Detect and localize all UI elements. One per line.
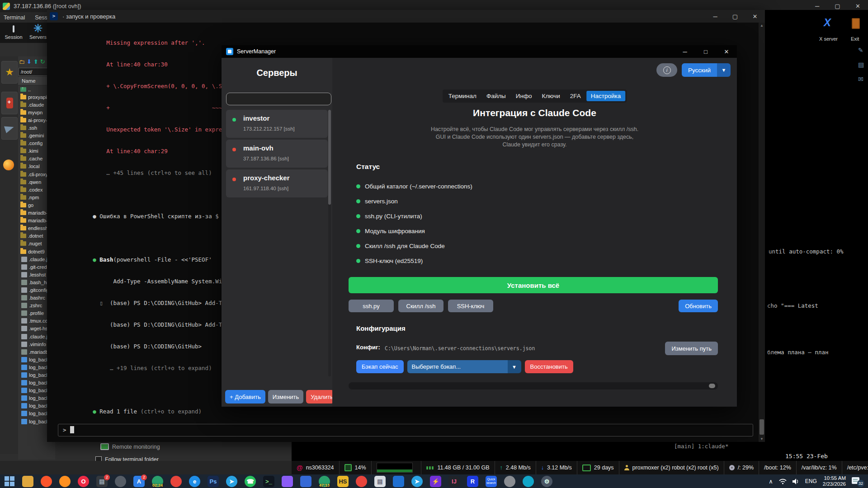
sidebar-scrollbar[interactable] [328,110,331,376]
taskbar-icon[interactable] [278,474,297,488]
taskbar-icon[interactable]: ⚙ [538,474,556,488]
scrollbar-thumb[interactable] [760,419,764,435]
tab[interactable]: Настройка [586,91,625,101]
globe-icon[interactable] [3,160,14,170]
notifications-button[interactable]: 32 [852,476,863,486]
taskbar-icon[interactable] [389,474,408,488]
tools-button[interactable] [1,92,18,114]
restore-button[interactable]: Восстановить [525,360,573,373]
taskbar-icon[interactable]: O [74,474,93,488]
taskbar-icon[interactable]: Ps [204,474,222,488]
servers-button[interactable]: ✳ Servers [27,23,49,40]
refresh-button[interactable]: Обновить [679,300,718,312]
scrollbar-thumb[interactable] [709,384,715,388]
wifi-icon[interactable] [779,479,787,484]
server-card[interactable]: main-ovh 37.187.136.86 [ssh] [226,140,328,168]
send-button[interactable] [1,117,18,140]
x-server-icon[interactable]: X [824,16,831,29]
backup-select[interactable]: Выберите бэкап... ▼ [407,360,521,373]
tab[interactable]: Терминал [444,91,481,101]
taskbar-icon[interactable]: ➤ [408,474,426,488]
statusbar-segment: /boot: 12% [759,461,797,474]
menu-item[interactable]: Terminal [4,14,25,21]
taskbar-icon[interactable]: ➤ [222,474,241,488]
taskbar-icon[interactable]: e [185,474,204,488]
language-dropdown[interactable]: Русский ▼ [682,63,731,77]
favorites-button[interactable]: ★ [1,61,18,84]
taskbar-icon[interactable] [352,474,371,488]
taskbar-icon[interactable] [37,474,56,488]
taskbar-icon[interactable]: ⚡ [426,474,445,488]
servermanager-app-icon [226,48,233,55]
taskbar-icon[interactable]: Quick search [482,474,500,488]
info-button[interactable]: i [656,63,677,77]
edit-server-button[interactable]: Изменить [268,390,304,404]
taskbar-icon[interactable] [500,474,519,488]
backup-now-button[interactable]: Бэкап сейчас [356,360,404,373]
keyboard-language[interactable]: ENG [805,478,817,484]
taskbar-icon[interactable]: ▤ 2 [93,474,111,488]
statusbar-segment: /etc/pve: 1% [842,461,868,474]
scroll-down-icon[interactable]: ▼ [759,437,765,441]
component-button[interactable]: SSH-ключ [448,300,493,312]
exit-label: Exit [851,36,859,42]
taskbar-icon[interactable] [297,474,315,488]
file-icon [20,218,26,223]
exit-door-icon[interactable] [852,18,860,29]
speaker-icon[interactable] [793,479,799,484]
server-search-input[interactable] [226,93,331,105]
tab[interactable]: 2FA [566,91,585,101]
session-button[interactable]: Session [3,23,24,40]
file-icon [20,195,26,200]
edit-icon[interactable]: ✎ [858,47,863,54]
terminal-titlebar[interactable]: > · запуск и проверка ─ ▢ ✕ [47,10,765,23]
taskbar-icon[interactable] [56,474,74,488]
taskbar-icon[interactable]: 47:13 [315,474,334,488]
minimize-icon[interactable]: ─ [705,13,725,20]
taskbar-icon[interactable] [519,474,538,488]
tab[interactable]: Инфо [511,91,537,101]
delete-server-button[interactable]: Удалить [306,390,334,404]
horizontal-scrollbar[interactable] [349,382,718,389]
tray-clock[interactable]: 10:55 AM 2/23/2026 [823,475,846,487]
scrollbar-thumb[interactable] [328,110,331,205]
scroll-up-icon[interactable]: ▲ [759,23,765,28]
taskbar-icon[interactable] [0,474,19,488]
taskbar-icon[interactable]: R [463,474,482,488]
maximize-icon[interactable]: □ [695,48,716,55]
mail-icon[interactable]: ✉ [858,75,863,83]
file-tool-icon[interactable]: ↻ [40,58,45,65]
close-icon[interactable]: ✕ [745,13,765,20]
component-button[interactable]: Скилл /ssh [398,300,443,312]
minimize-icon[interactable]: ─ [675,48,695,55]
taskbar-icon[interactable]: IJ [445,474,463,488]
taskbar-icon[interactable] [19,474,37,488]
file-tool-icon[interactable]: ⬆ [33,58,38,65]
taskbar-icon[interactable]: 02:24 [148,474,167,488]
add-server-button[interactable]: + Добавить [225,390,265,404]
taskbar-icon[interactable]: A 2 [130,474,148,488]
change-path-button[interactable]: Изменить путь [665,342,718,355]
install-all-button[interactable]: Установить всё [349,277,718,293]
remote-monitoring-option[interactable]: Remote monitoring [100,443,160,450]
component-button[interactable]: ssh.py [349,300,394,312]
taskbar-icon[interactable]: ☎ [241,474,259,488]
close-icon[interactable]: ✕ [716,48,737,55]
servermanager-titlebar[interactable]: ServerManager ─ □ ✕ [222,45,737,58]
tab[interactable]: Ключи [538,91,565,101]
taskbar-icon[interactable]: ▤ [371,474,389,488]
terminal-input-box[interactable]: > [58,424,753,436]
terminal-scrollbar[interactable]: ▲ ▼ [759,23,765,442]
maximize-icon[interactable]: ▢ [725,13,745,20]
taskbar-icon[interactable]: >_ [259,474,278,488]
taskbar-icon[interactable]: HS [334,474,352,488]
panel-icon[interactable]: ▤ [858,61,864,68]
server-card[interactable]: proxy-checker 161.97.118.40 [ssh] [226,169,328,197]
taskbar-icon[interactable] [167,474,185,488]
taskbar-icon[interactable] [111,474,130,488]
file-tool-icon[interactable]: ⬇ [27,58,32,65]
tab[interactable]: Файлы [482,91,510,101]
server-card[interactable]: investor 173.212.212.157 [ssh] [226,110,328,138]
tray-expand-icon[interactable]: ∧ [769,478,773,485]
file-tool-icon[interactable]: 🗀 [19,58,25,65]
